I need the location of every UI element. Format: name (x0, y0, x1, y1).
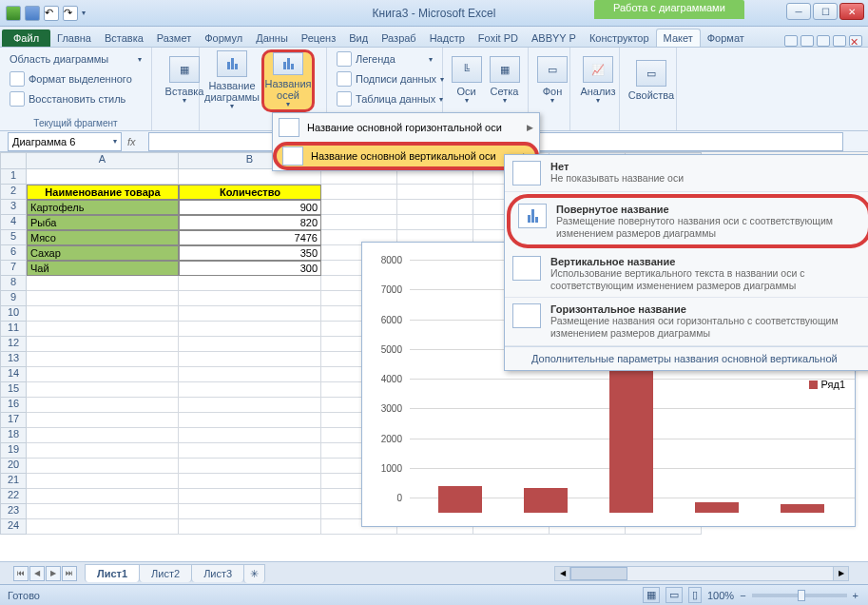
nav-first-icon[interactable]: ⏮ (13, 566, 29, 581)
doc-minimize-icon[interactable] (817, 35, 830, 47)
tab-view[interactable]: Вид (342, 29, 375, 47)
data-table-button[interactable]: Таблица данных▾ (333, 89, 436, 108)
background-button[interactable]: ▭Фон▾ (534, 49, 570, 112)
vertical-axis-title-item[interactable]: Название основной вертикальной оси▶ (273, 142, 539, 170)
option-horizontal[interactable]: Горизонтальное названиеРазмещение назван… (505, 298, 868, 345)
nav-next-icon[interactable]: ▶ (46, 566, 61, 581)
tab-abbyy[interactable]: ABBYY P (525, 29, 583, 47)
table-cell-name[interactable]: Картофель (27, 200, 179, 215)
row-header[interactable]: 23 (0, 504, 27, 519)
zoom-level[interactable]: 100% (707, 590, 734, 601)
row-header[interactable]: 6 (0, 245, 27, 261)
empty-cell[interactable] (179, 489, 321, 504)
empty-cell[interactable] (179, 306, 321, 322)
chart-bar[interactable] (695, 502, 739, 513)
col-header-a[interactable]: A (27, 152, 179, 169)
name-box[interactable]: Диаграмма 6▾ (8, 132, 122, 151)
empty-cell[interactable] (179, 504, 321, 519)
row-header[interactable]: 14 (0, 367, 27, 382)
empty-cell[interactable] (179, 276, 321, 291)
save-icon[interactable] (25, 6, 40, 21)
redo-icon[interactable]: ↷ (63, 6, 78, 21)
row-header[interactable]: 10 (0, 306, 27, 322)
empty-cell[interactable] (321, 200, 397, 215)
table-cell-qty[interactable]: 7476 (179, 230, 321, 245)
nav-last-icon[interactable]: ⏭ (62, 566, 77, 581)
legend-button[interactable]: Легенда▾ (333, 49, 436, 68)
empty-cell[interactable] (27, 443, 179, 459)
qat-dropdown-icon[interactable]: ▾ (82, 9, 86, 17)
tab-layout[interactable]: Макет (656, 29, 701, 47)
empty-cell[interactable] (321, 215, 397, 230)
gridlines-button[interactable]: ▦Сетка▾ (487, 49, 522, 112)
table-header-qty[interactable]: Количество (179, 185, 321, 200)
help-icon[interactable] (800, 35, 814, 47)
select-all-corner[interactable] (0, 152, 27, 169)
table-cell-name[interactable]: Мясо (27, 230, 179, 245)
empty-cell[interactable] (179, 398, 321, 413)
view-normal-icon[interactable]: ▦ (643, 587, 660, 603)
sheet-tab-2[interactable]: Лист2 (139, 564, 192, 582)
option-none[interactable]: НетНе показывать название оси (505, 155, 868, 192)
zoom-slider[interactable] (752, 594, 847, 597)
row-header[interactable]: 24 (0, 519, 27, 535)
tab-insert[interactable]: Вставка (98, 29, 150, 47)
empty-cell[interactable] (179, 322, 321, 337)
excel-icon[interactable] (6, 6, 21, 21)
empty-cell[interactable] (27, 367, 179, 382)
chart-area-selector[interactable]: Область диаграммы▾ (6, 49, 145, 68)
empty-cell[interactable] (179, 413, 321, 428)
row-header[interactable]: 1 (0, 169, 27, 185)
empty-cell[interactable] (27, 474, 179, 489)
table-cell-qty[interactable]: 820 (179, 215, 321, 230)
empty-cell[interactable] (27, 413, 179, 428)
nav-prev-icon[interactable]: ◀ (29, 566, 45, 581)
table-header-name[interactable]: Наименование товара (27, 185, 179, 200)
row-header[interactable]: 17 (0, 413, 27, 428)
minimize-button[interactable]: ─ (786, 3, 811, 20)
empty-cell[interactable] (27, 306, 179, 322)
row-header[interactable]: 9 (0, 291, 27, 306)
zoom-in-button[interactable]: + (853, 590, 858, 601)
row-header[interactable]: 13 (0, 352, 27, 367)
table-cell-name[interactable]: Чай (27, 261, 179, 276)
tab-developer[interactable]: Разраб (375, 29, 423, 47)
format-selection-button[interactable]: Формат выделенного (6, 69, 145, 88)
row-header[interactable]: 11 (0, 322, 27, 337)
zoom-out-button[interactable]: − (740, 590, 745, 601)
more-options[interactable]: Дополнительные параметры названия основн… (505, 346, 868, 370)
empty-cell[interactable] (179, 169, 321, 185)
sheet-tab-3[interactable]: Лист3 (191, 564, 244, 582)
empty-cell[interactable] (179, 337, 321, 352)
option-rotated[interactable]: Повернутое названиеРазмещение повернутог… (507, 194, 868, 248)
tab-home[interactable]: Главна (50, 29, 98, 47)
undo-icon[interactable]: ↶ (44, 6, 59, 21)
tab-format[interactable]: Формат (701, 29, 751, 47)
analysis-button[interactable]: 📈Анализ▾ (576, 49, 620, 112)
chart-bar[interactable] (781, 504, 824, 513)
empty-cell[interactable] (179, 291, 321, 306)
tab-constructor[interactable]: Конструктор (583, 29, 656, 47)
empty-cell[interactable] (27, 276, 179, 291)
empty-cell[interactable] (27, 291, 179, 306)
empty-cell[interactable] (27, 352, 179, 367)
view-layout-icon[interactable]: ▭ (665, 587, 683, 603)
row-header[interactable]: 8 (0, 276, 27, 291)
maximize-button[interactable]: ☐ (813, 3, 838, 20)
horizontal-axis-title-item[interactable]: Название основной горизонтальной оси▶ (273, 113, 539, 142)
empty-cell[interactable] (179, 352, 321, 367)
tab-file[interactable]: Файл (2, 29, 50, 47)
empty-cell[interactable] (27, 169, 179, 185)
sheet-tab-1[interactable]: Лист1 (85, 564, 140, 582)
row-header[interactable]: 12 (0, 337, 27, 352)
row-header[interactable]: 3 (0, 200, 27, 215)
empty-cell[interactable] (27, 322, 179, 337)
empty-cell[interactable] (179, 459, 321, 474)
tab-data[interactable]: Данны (249, 29, 295, 47)
tab-formulas[interactable]: Формул (198, 29, 249, 47)
empty-cell[interactable] (179, 367, 321, 382)
reset-style-button[interactable]: Восстановить стиль (6, 89, 145, 108)
properties-button[interactable]: ▭Свойства (626, 49, 677, 112)
view-break-icon[interactable]: ▯ (688, 587, 702, 603)
horizontal-scrollbar[interactable]: ◀▶ (554, 566, 849, 581)
